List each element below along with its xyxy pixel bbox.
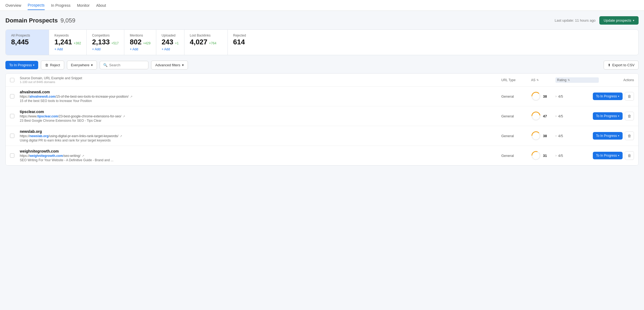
- everywhere-chevron: ▾: [91, 63, 93, 67]
- action-btn-chevron-0: ▾: [618, 95, 619, 98]
- action-btn-chevron-1: ▾: [618, 115, 619, 117]
- row-checkbox-1[interactable]: [10, 114, 20, 118]
- table-body: ahvalnews6.com https://ahvalnews6.com/15…: [6, 87, 638, 165]
- nav-overview[interactable]: Overview: [5, 1, 21, 10]
- row-source-1: tipsclear.com https://www.tipsclear.com/…: [20, 110, 501, 123]
- card-uploaded[interactable]: Uploaded 243 +1 + Add: [156, 30, 184, 55]
- delete-row-button-2[interactable]: 🗑: [625, 131, 634, 140]
- card-lost-backlinks[interactable]: Lost Backlinks 4,027 +764: [184, 30, 228, 55]
- delete-row-button-3[interactable]: 🗑: [625, 151, 634, 160]
- card-add-keywords[interactable]: + Add: [54, 47, 81, 51]
- to-in-progress-row-button-0[interactable]: To In Progress ▾: [593, 93, 623, 100]
- card-add-mentions[interactable]: + Add: [130, 47, 150, 51]
- th-rating[interactable]: Rating ⇅: [555, 77, 599, 83]
- update-prospects-button[interactable]: Update prospects ▾: [599, 16, 639, 25]
- search-input[interactable]: [109, 63, 145, 67]
- select-all-checkbox[interactable]: [10, 78, 14, 82]
- rating-arrow-0: ›: [555, 94, 557, 98]
- card-label-competitors: Competitors: [92, 34, 119, 37]
- row-as-2: 38: [531, 131, 555, 141]
- row-url-type-0: General: [501, 94, 531, 98]
- toolbar: To In Progress ▾ 🗑 Reject Everywhere ▾ 🔍…: [5, 61, 639, 70]
- nav-monitor[interactable]: Monitor: [77, 1, 90, 10]
- reject-button[interactable]: 🗑 Reject: [41, 61, 64, 70]
- everywhere-dropdown[interactable]: Everywhere ▾: [67, 61, 97, 70]
- card-rejected[interactable]: Rejected 614: [228, 30, 251, 55]
- prospects-table: Source Domain, URL Example and Snippet 1…: [5, 73, 639, 166]
- page-title-count: 9,059: [60, 17, 75, 24]
- card-value-mentions: 802: [130, 38, 141, 46]
- as-score-2: 38: [543, 134, 547, 138]
- card-value-keywords: 1,241: [54, 38, 72, 46]
- delete-row-button-1[interactable]: 🗑: [625, 112, 634, 120]
- action-btn-chevron-3: ▾: [618, 154, 619, 157]
- external-link-icon-2[interactable]: ↗: [120, 134, 122, 138]
- card-mentions[interactable]: Mentions 802 +429 + Add: [124, 30, 156, 55]
- card-all-prospects[interactable]: All Prospects 8,445: [6, 30, 49, 55]
- as-circle-3: [531, 151, 541, 160]
- nav-in-progress[interactable]: In Progress: [51, 1, 71, 10]
- as-score-3: 31: [543, 154, 547, 158]
- row-actions-2: To In Progress ▾ 🗑: [599, 131, 634, 140]
- update-btn-chevron: ▾: [633, 19, 634, 22]
- search-input-wrapper[interactable]: 🔍: [100, 61, 148, 69]
- nav-about[interactable]: About: [96, 1, 106, 10]
- card-label-rejected: Rejected: [233, 34, 246, 37]
- rating-arrow-1: ›: [555, 114, 557, 118]
- to-in-progress-row-button-2[interactable]: To In Progress ▾: [593, 132, 623, 140]
- row-checkbox-2[interactable]: [10, 134, 20, 138]
- advanced-filters-button[interactable]: Advanced filters ▾: [151, 61, 188, 70]
- card-competitors[interactable]: Competitors 2,133 +517 + Add: [87, 30, 124, 55]
- card-value-lost: 4,027: [190, 38, 207, 46]
- nav-prospects[interactable]: Prospects: [28, 1, 44, 10]
- rating-arrow-2: ›: [555, 134, 557, 138]
- to-in-progress-row-button-3[interactable]: To In Progress ▾: [593, 152, 623, 159]
- rating-arrow-3: ›: [555, 154, 557, 157]
- row-url-type-1: General: [501, 114, 531, 118]
- header-right: Last update: 11 hours ago Update prospec…: [555, 16, 639, 25]
- card-add-uploaded[interactable]: + Add: [162, 47, 179, 51]
- as-score-1: 47: [543, 114, 547, 118]
- th-as[interactable]: AS ⇅: [531, 78, 555, 82]
- to-in-progress-button[interactable]: To In Progress ▾: [5, 61, 38, 69]
- row-source-3: weighnitegrowth.com https://weighnitegro…: [20, 149, 501, 162]
- card-label-uploaded: Uploaded: [162, 34, 179, 37]
- as-circle-1: [531, 111, 541, 121]
- row-checkbox-3[interactable]: [10, 153, 20, 158]
- to-in-progress-row-button-1[interactable]: To In Progress ▾: [593, 112, 623, 120]
- table-header: Source Domain, URL Example and Snippet 1…: [6, 74, 638, 87]
- card-label-all: All Prospects: [11, 34, 43, 37]
- card-label-lost: Lost Backlinks: [190, 34, 222, 37]
- card-delta-mentions: +429: [143, 41, 151, 45]
- export-csv-button[interactable]: ⬆ Export to CSV: [604, 61, 639, 70]
- external-link-icon-3[interactable]: ↗: [82, 154, 84, 157]
- table-row: ahvalnews6.com https://ahvalnews6.com/15…: [6, 87, 638, 106]
- to-in-progress-chevron: ▾: [33, 64, 34, 67]
- table-row: tipsclear.com https://www.tipsclear.com/…: [6, 106, 638, 126]
- table-row: newslab.org https://newslab.org/using-di…: [6, 126, 638, 146]
- card-value-rejected: 614: [233, 38, 246, 46]
- page-header: Domain Prospects 9,059 Last update: 11 h…: [5, 16, 639, 25]
- row-as-3: 31: [531, 151, 555, 160]
- rating-value-2: 4/5: [558, 134, 563, 138]
- row-actions-3: To In Progress ▾ 🗑: [599, 151, 634, 160]
- card-label-mentions: Mentions: [130, 34, 150, 37]
- external-link-icon-1[interactable]: ↗: [123, 115, 125, 118]
- card-add-competitors[interactable]: + Add: [92, 47, 119, 51]
- card-value-uploaded: 243: [162, 38, 173, 46]
- as-circle-2: [531, 131, 541, 141]
- row-as-1: 47: [531, 111, 555, 121]
- card-delta-competitors: +517: [111, 41, 119, 45]
- card-delta-lost: +764: [209, 41, 216, 45]
- row-checkbox-0[interactable]: [10, 94, 20, 98]
- card-value-competitors: 2,133: [92, 38, 110, 46]
- rating-value-0: 4/5: [558, 94, 563, 98]
- th-actions: Actions: [599, 78, 634, 82]
- external-link-icon-0[interactable]: ↗: [130, 95, 132, 98]
- row-actions-1: To In Progress ▾ 🗑: [599, 112, 634, 120]
- row-rating-3: › 4/5: [555, 154, 599, 158]
- delete-row-button-0[interactable]: 🗑: [625, 92, 634, 101]
- rating-value-3: 4/5: [558, 154, 563, 158]
- card-keywords[interactable]: Keywords 1,241 +382 + Add: [49, 30, 87, 55]
- table-row: weighnitegrowth.com https://weighnitegro…: [6, 146, 638, 165]
